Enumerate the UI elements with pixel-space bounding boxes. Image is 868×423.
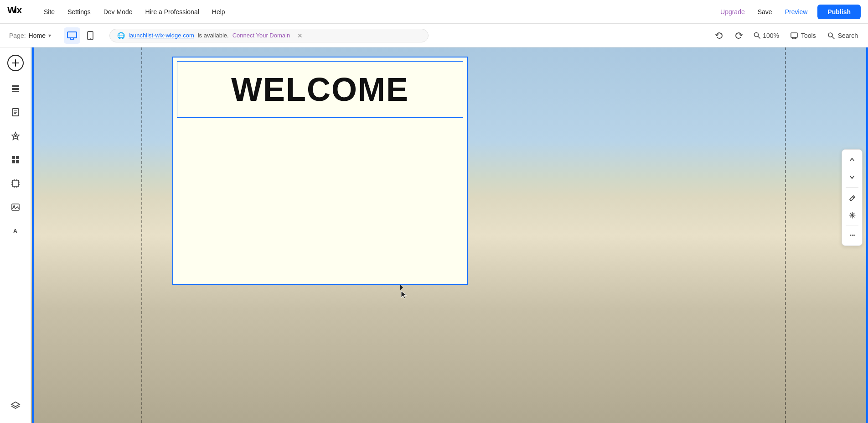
svg-rect-2	[67, 32, 77, 38]
welcome-title-container: WELCOME	[177, 61, 463, 118]
sidebar-theme-button[interactable]	[5, 126, 26, 146]
welcome-title: WELCOME	[231, 71, 409, 108]
page-selector[interactable]: Page: Home ▾	[5, 30, 55, 41]
float-panel-divider	[846, 187, 858, 188]
left-guide-line	[141, 47, 142, 423]
canvas-left-border	[32, 47, 34, 423]
svg-rect-27	[16, 156, 19, 159]
svg-rect-28	[12, 160, 15, 163]
sidebar-layers-button[interactable]	[5, 396, 26, 416]
nav-devmode[interactable]: Dev Mode	[97, 0, 139, 24]
publish-button[interactable]: Publish	[817, 5, 861, 19]
more-icon: ···	[849, 231, 855, 240]
svg-text:ix: ix	[14, 5, 22, 15]
float-magic-button[interactable]	[844, 207, 860, 223]
float-panel: ···	[842, 149, 863, 246]
tools-button[interactable]: Tools	[785, 29, 821, 42]
sidebar-plugins-button[interactable]	[5, 173, 26, 193]
text-sidebar-icon: A	[13, 228, 17, 235]
mobile-device-button[interactable]	[82, 27, 98, 44]
sidebar-pages-button[interactable]	[5, 102, 26, 122]
undo-button[interactable]	[711, 29, 728, 42]
sidebar-apps-button[interactable]	[5, 150, 26, 170]
nav-help[interactable]: Help	[206, 0, 232, 24]
search-label: Search	[838, 32, 858, 39]
svg-line-9	[758, 36, 760, 38]
sidebar-text-button[interactable]: A	[5, 221, 26, 241]
zoom-control[interactable]: 100%	[749, 29, 784, 42]
top-nav-bar: W ix Site Settings Dev Mode Hire a Profe…	[0, 0, 868, 24]
search-button[interactable]: Search	[822, 29, 863, 42]
editor-container: A WELCOME	[0, 47, 868, 423]
device-buttons	[64, 27, 98, 44]
second-bar: Page: Home ▾ 🌐 launchlist-wix-widge.com …	[0, 24, 868, 47]
domain-available-text: is available.	[198, 32, 229, 39]
nav-upgrade[interactable]: Upgrade	[714, 8, 751, 16]
sidebar-sections-button[interactable]	[5, 78, 26, 99]
nav-save[interactable]: Save	[751, 8, 779, 16]
canvas-area[interactable]: WELCOME	[31, 47, 868, 423]
page-name: Home	[29, 32, 46, 39]
chevron-down-icon: ▾	[48, 32, 51, 39]
connect-domain-link[interactable]: Connect Your Domain	[232, 32, 290, 39]
svg-rect-26	[12, 156, 15, 159]
canvas-right-border	[866, 47, 868, 423]
desktop-device-button[interactable]	[64, 27, 80, 44]
float-edit-button[interactable]	[844, 189, 860, 206]
nav-settings[interactable]: Settings	[61, 0, 97, 24]
toolbar-right: 100% Tools Search	[711, 29, 863, 42]
float-move-up-button[interactable]	[844, 151, 860, 168]
nav-site[interactable]: Site	[37, 0, 61, 24]
svg-rect-20	[12, 91, 19, 92]
domain-bar: 🌐 launchlist-wix-widge.com is available.…	[109, 29, 429, 42]
sidebar-media-button[interactable]	[5, 197, 26, 217]
svg-point-7	[90, 38, 91, 39]
redo-button[interactable]	[730, 29, 747, 42]
svg-point-25	[14, 135, 16, 137]
svg-line-33	[852, 197, 854, 198]
float-move-down-button[interactable]	[844, 169, 860, 185]
svg-rect-18	[12, 85, 19, 87]
svg-line-15	[832, 37, 834, 39]
zoom-level: 100%	[763, 32, 779, 39]
welcome-box[interactable]: WELCOME	[172, 57, 468, 285]
add-element-button[interactable]	[7, 55, 24, 71]
svg-rect-30	[12, 180, 19, 187]
domain-link[interactable]: launchlist-wix-widge.com	[129, 32, 194, 39]
close-domain-banner-icon[interactable]: ✕	[297, 32, 303, 39]
left-sidebar: A	[0, 47, 31, 423]
float-panel-divider-2	[846, 225, 858, 225]
globe-icon: 🌐	[117, 32, 125, 39]
svg-rect-29	[16, 160, 19, 163]
svg-rect-10	[791, 33, 797, 37]
float-more-button[interactable]: ···	[844, 227, 860, 244]
wix-logo: W ix	[7, 4, 26, 19]
right-guide-line	[785, 47, 786, 423]
tools-label: Tools	[801, 32, 816, 39]
nav-hire[interactable]: Hire a Professional	[139, 0, 206, 24]
svg-rect-19	[12, 88, 19, 90]
nav-preview[interactable]: Preview	[779, 8, 814, 16]
page-label: Page:	[9, 32, 26, 39]
